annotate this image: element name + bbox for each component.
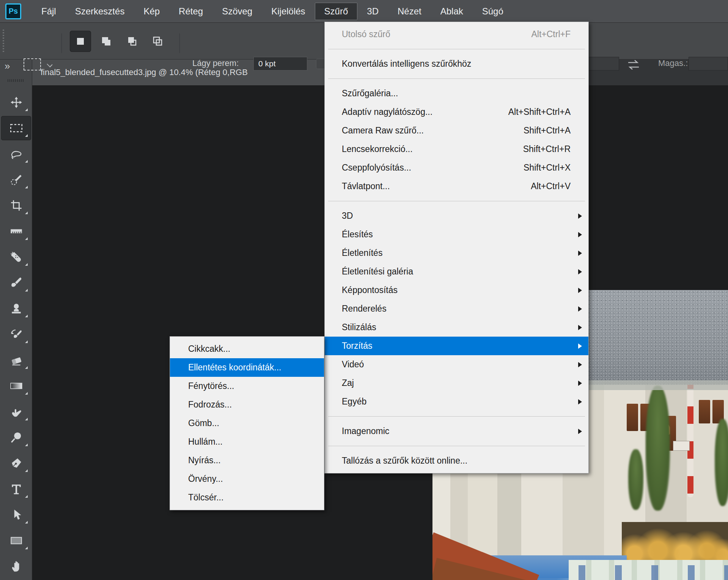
brush-tool[interactable] [1,271,31,295]
chevron-down-icon[interactable] [47,61,52,67]
shortcut: Alt+Ctrl+V [531,181,571,191]
submenu-item-shear[interactable]: Nyírás... [170,451,324,470]
type-tool[interactable] [1,477,31,501]
feather-input[interactable]: 0 kpt [253,57,307,71]
submenu-item-pinch[interactable]: Tölcsér... [170,488,324,507]
lasso-tool[interactable] [1,142,31,166]
submenu-item-zigzag[interactable]: Cikkcakk... [170,340,324,358]
menu-item-blur-gallery[interactable]: Életlenítési galéria [325,262,588,281]
submenu-arrow-icon [578,213,582,219]
menu-item-render[interactable]: Renderelés [325,299,588,318]
shortcut: Alt+Shift+Ctrl+A [508,107,571,117]
menu-item-filter-gallery[interactable]: Szűrőgaléria... [325,84,588,103]
new-selection-button[interactable] [70,31,91,52]
menu-item-stylize[interactable]: Stilizálás [325,318,588,337]
document-tab-title: final5_blended_fusecutted3.jpg @ 10.4% (… [41,67,248,77]
move-tool[interactable] [1,90,31,114]
menu-item-video[interactable]: Videó [325,355,588,374]
clone-stamp-tool[interactable] [1,296,31,321]
intersect-selection-button[interactable] [147,31,168,52]
menu-item-vanishing-point[interactable]: Távlatpont... Alt+Ctrl+V [325,177,588,196]
menu-item-blur[interactable]: Életlenítés [325,244,588,262]
brush-icon [10,276,23,289]
rectangle-shape-tool[interactable] [1,528,31,553]
add-to-selection-button[interactable] [96,31,117,52]
menubar-item-type[interactable]: Szöveg [212,3,262,20]
eraser-tool[interactable] [1,348,31,372]
shortcut: Shift+Ctrl+X [524,163,571,173]
menu-item-imagenomic[interactable]: Imagenomic [325,422,588,440]
feather-label: Lágy perem: [192,58,239,68]
menu-item-liquify[interactable]: Cseppfolyósítás... Shift+Ctrl+X [325,158,588,177]
options-bar-grip[interactable] [3,30,4,53]
subtract-selection-icon [126,35,138,47]
filter-menu: Utolsó szűrő Alt+Ctrl+F Konvertálás inte… [324,22,589,473]
hand-tool[interactable] [1,554,31,578]
menubar-item-filter[interactable]: Szűrő [315,3,358,20]
marquee-tool-preset-icon[interactable] [24,58,41,71]
height-input[interactable] [689,57,728,71]
path-selection-tool[interactable] [1,503,31,527]
ruler-tool[interactable] [1,219,31,243]
menu-item-sharpen[interactable]: Élesítés [325,225,588,244]
submenu-item-spherize[interactable]: Gömb... [170,414,324,433]
width-input[interactable] [587,57,619,71]
swap-dimensions-icon[interactable] [625,59,642,71]
photo-shutter [699,400,710,423]
menubar-item-view[interactable]: Nézet [388,3,431,20]
submenu-item-glass[interactable]: Fénytörés... [170,377,324,395]
menubar-item-select[interactable]: Kijelölés [262,3,314,20]
menubar-item-layer[interactable]: Réteg [169,3,212,20]
submenu-arrow-icon [578,429,582,434]
menubar: Ps Fájl Szerkesztés Kép Réteg Szöveg Kij… [0,0,728,23]
photoshop-logo: Ps [5,3,21,19]
menu-separator [328,78,585,79]
subtract-from-selection-button[interactable] [121,31,143,52]
menu-item-camera-raw-filter[interactable]: Camera Raw szűrő... Shift+Ctrl+A [325,121,588,140]
menubar-item-help[interactable]: Súgó [473,3,513,20]
quick-selection-tool[interactable] [1,168,31,192]
dodge-tool[interactable] [1,425,31,450]
pen-tool[interactable] [1,451,31,475]
crop-tool[interactable] [1,193,31,218]
menu-item-browse-filters-online[interactable]: Tallózás a szűrők között online... [325,451,588,470]
menu-item-last-filter[interactable]: Utolsó szűrő Alt+Ctrl+F [325,25,588,44]
rectangular-marquee-tool[interactable] [1,116,31,140]
menubar-item-image[interactable]: Kép [134,3,169,20]
history-brush-tool[interactable] [1,322,31,346]
photo-hanging-plant [646,386,670,511]
submenu-item-polar-coordinates[interactable]: Ellentétes koordináták... [170,358,324,377]
menubar-item-file[interactable]: Fájl [32,3,66,20]
menu-item-noise[interactable]: Zaj [325,374,588,392]
type-icon [10,483,23,495]
crop-icon [10,199,23,212]
menu-item-distort[interactable]: Torzítás [325,337,588,355]
menu-item-adaptive-wide-angle[interactable]: Adaptív nagylátószög... Alt+Shift+Ctrl+A [325,103,588,121]
menu-item-other[interactable]: Egyéb [325,392,588,411]
healing-brush-tool[interactable] [1,245,31,269]
menubar-item-edit[interactable]: Szerkesztés [66,3,134,20]
tools-panel-grip[interactable] [8,79,24,82]
panel-collapse-icon[interactable]: » [5,60,8,72]
menubar-item-window[interactable]: Ablak [431,3,473,20]
selection-arrow-icon [10,508,23,521]
menu-item-3d[interactable]: 3D [325,207,588,225]
photo-white-building [569,560,728,580]
menu-item-pixelate[interactable]: Képpontosítás [325,281,588,299]
menu-item-convert-smart-filters[interactable]: Konvertálás intelligens szűrőkhöz [325,55,588,73]
submenu-item-wave[interactable]: Hullám... [170,433,324,451]
marquee-icon [9,122,24,135]
shortcut: Shift+Ctrl+A [524,125,571,136]
menubar-item-3d[interactable]: 3D [357,3,388,20]
submenu-item-twirl[interactable]: Örvény... [170,470,324,488]
divider [61,33,62,53]
submenu-item-ripple[interactable]: Fodrozás... [170,395,324,414]
smudge-tool[interactable] [1,400,31,424]
gradient-tool[interactable] [1,374,31,398]
submenu-arrow-icon [578,399,582,404]
pen-icon [10,457,23,470]
divider [179,33,180,53]
shortcut: Alt+Ctrl+F [531,29,571,39]
lasso-icon [9,147,23,160]
menu-item-lens-correction[interactable]: Lencsekorrekció... Shift+Ctrl+R [325,140,588,158]
